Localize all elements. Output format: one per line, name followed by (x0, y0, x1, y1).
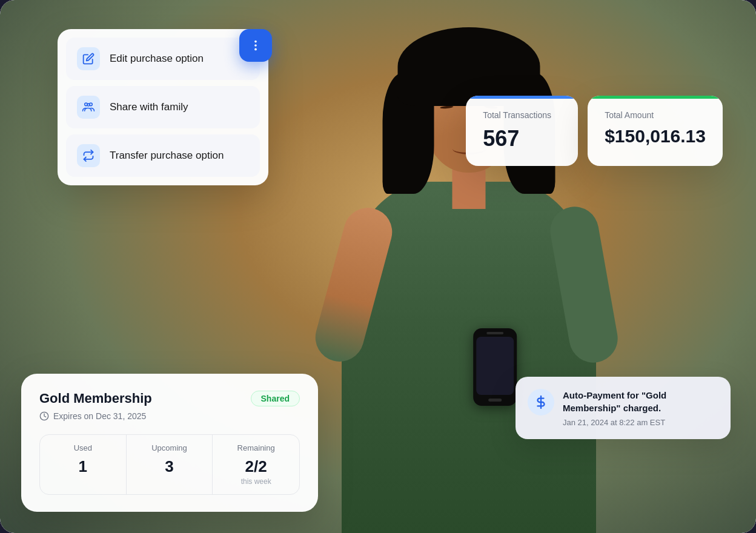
membership-stats-grid: Used 1 Upcoming 3 Remaining 2/2 this wee… (39, 434, 300, 495)
pencil-icon (82, 53, 94, 65)
amount-card: Total Amount $150,016.13 (588, 96, 723, 166)
remaining-value: 2/2 (222, 457, 290, 476)
svg-point-1 (254, 44, 257, 47)
notification-content: Auto-Payment for "Gold Membership" charg… (563, 389, 718, 428)
upcoming-stat: Upcoming 3 (127, 435, 213, 494)
remaining-label: Remaining (222, 443, 290, 452)
amount-label: Total Amount (605, 110, 706, 120)
menu-item-edit-label: Edit purchase option (110, 53, 204, 65)
stats-container: Total Transactions 567 Total Amount $150… (466, 96, 723, 166)
three-dots-icon (249, 39, 262, 52)
used-stat: Used 1 (40, 435, 127, 494)
dollar-icon (534, 396, 548, 409)
shared-badge: Shared (251, 391, 300, 406)
upcoming-label: Upcoming (136, 443, 203, 452)
membership-title: Gold Membership (39, 391, 152, 406)
notification-card: Auto-Payment for "Gold Membership" charg… (516, 377, 731, 440)
svg-point-5 (87, 104, 90, 106)
remaining-stat: Remaining 2/2 this week (213, 435, 299, 494)
pencil-icon-wrapper (77, 47, 100, 70)
remaining-sub: this week (222, 477, 290, 486)
expiry-text: Expires on Dec 31, 2025 (53, 411, 146, 421)
notification-time: Jan 21, 2024 at 8:22 am EST (563, 418, 718, 427)
notification-icon-wrapper (528, 389, 554, 415)
notification-title: Auto-Payment for "Gold Membership" charg… (563, 389, 718, 415)
family-icon-wrapper (77, 96, 100, 119)
transfer-icon-wrapper (77, 144, 100, 167)
used-value: 1 (50, 457, 116, 476)
svg-point-2 (254, 48, 257, 51)
upcoming-value: 3 (136, 457, 203, 476)
more-options-button[interactable] (239, 29, 272, 62)
menu-item-share-label: Share with family (110, 101, 188, 113)
menu-item-transfer-label: Transfer purchase option (110, 150, 224, 162)
phone-prop (473, 328, 517, 406)
menu-item-share[interactable]: Share with family (66, 86, 260, 128)
transactions-label: Total Transactions (483, 110, 561, 120)
menu-item-edit[interactable]: Edit purchase option (66, 38, 260, 80)
person-illustration (317, 0, 620, 533)
clock-icon (39, 411, 49, 421)
membership-expiry: Expires on Dec 31, 2025 (39, 411, 300, 421)
membership-card: Gold Membership Shared Expires on Dec 31… (21, 374, 318, 512)
used-label: Used (50, 443, 116, 452)
membership-header: Gold Membership Shared (39, 391, 300, 406)
menu-item-transfer[interactable]: Transfer purchase option (66, 134, 260, 177)
context-menu-card: Edit purchase option Share with family (58, 29, 268, 185)
family-icon (82, 101, 95, 113)
amount-value: $150,016.13 (605, 126, 706, 147)
page-root: Edit purchase option Share with family (0, 0, 756, 533)
transfer-icon (82, 150, 94, 162)
svg-point-0 (254, 41, 257, 43)
transactions-value: 567 (483, 126, 561, 151)
transactions-card: Total Transactions 567 (466, 96, 578, 166)
